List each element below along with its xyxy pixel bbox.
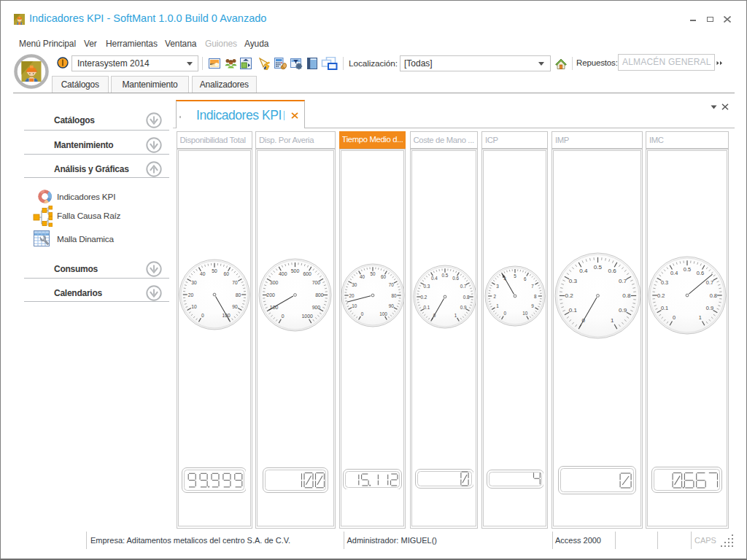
svg-text:0.6: 0.6 [452,276,459,281]
svg-text:80: 80 [392,293,398,298]
svg-text:30: 30 [191,280,197,285]
svg-text:2: 2 [494,294,497,299]
svg-text:0: 0 [503,311,506,316]
svg-text:100: 100 [379,311,387,316]
svg-text:0.5: 0.5 [684,266,691,273]
svg-text:0.8: 0.8 [462,294,469,299]
svg-text:0: 0 [361,311,364,316]
svg-text:0.9: 0.9 [460,305,466,310]
svg-text:30: 30 [352,282,357,287]
svg-text:0.3: 0.3 [661,279,668,286]
svg-text:0.6: 0.6 [697,270,704,276]
svg-text:0.9: 0.9 [706,305,713,311]
svg-text:0.4: 0.4 [670,270,678,276]
svg-text:0.4: 0.4 [579,268,588,274]
svg-text:0: 0 [201,313,204,318]
svg-text:0.3: 0.3 [423,283,430,288]
svg-text:40: 40 [360,274,365,279]
svg-text:0.2: 0.2 [565,292,573,299]
svg-text:7: 7 [531,284,534,289]
svg-text:0.1: 0.1 [568,307,577,314]
svg-text:700: 700 [312,280,321,285]
svg-text:10: 10 [352,303,357,308]
svg-text:900: 900 [312,304,321,309]
svg-text:9: 9 [531,303,534,308]
svg-text:800: 800 [315,292,324,298]
svg-text:0.9: 0.9 [619,307,627,314]
svg-text:0.3: 0.3 [568,278,577,284]
svg-text:80: 80 [236,292,241,298]
svg-text:0: 0 [673,314,676,321]
svg-text:1: 1 [496,303,499,308]
svg-text:0.1: 0.1 [423,305,430,310]
svg-text:50: 50 [212,268,217,273]
svg-text:1: 1 [610,317,614,324]
svg-text:1: 1 [699,314,702,321]
svg-text:0.1: 0.1 [661,305,668,311]
svg-text:50: 50 [370,271,376,276]
svg-text:0.8: 0.8 [710,292,717,299]
svg-text:500: 500 [291,268,300,273]
svg-text:70: 70 [232,280,238,285]
svg-text:60: 60 [381,274,387,279]
svg-text:600: 600 [303,271,311,276]
svg-text:0.7: 0.7 [460,283,466,288]
svg-text:1000: 1000 [302,313,313,318]
svg-text:90: 90 [232,304,238,309]
svg-text:0: 0 [282,313,285,318]
svg-text:0.5: 0.5 [593,264,602,271]
svg-text:20: 20 [349,293,355,298]
svg-text:20: 20 [188,292,194,298]
svg-text:1: 1 [454,312,457,317]
svg-text:3: 3 [496,284,499,289]
svg-text:0.2: 0.2 [420,294,427,299]
svg-text:70: 70 [389,282,395,287]
svg-text:0.7: 0.7 [706,279,713,286]
svg-text:0.2: 0.2 [657,292,665,299]
svg-text:0.4: 0.4 [431,276,438,281]
svg-text:0.7: 0.7 [619,278,627,284]
svg-text:0.6: 0.6 [608,268,616,274]
svg-text:60: 60 [223,271,229,276]
svg-text:200: 200 [266,292,275,298]
svg-text:0.8: 0.8 [622,292,631,299]
svg-text:10: 10 [191,304,197,309]
svg-text:90: 90 [389,303,395,308]
svg-text:5: 5 [514,273,516,279]
svg-text:6: 6 [524,276,527,281]
svg-text:40: 40 [200,271,206,276]
svg-text:300: 300 [270,280,279,285]
svg-text:8: 8 [534,294,537,299]
svg-text:10: 10 [522,311,528,316]
svg-text:0.5: 0.5 [441,273,448,278]
svg-text:400: 400 [279,271,287,276]
